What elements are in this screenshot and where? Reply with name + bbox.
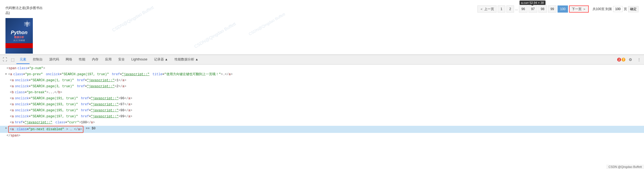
devtools-tabs-bar: ⛶ ⬚ 元素 控制台 源代码 网络 性能 内存 应用 安全 Lighthouse… [0, 55, 644, 65]
arrow-1 [2, 66, 5, 70]
code-line-8: <a onclick="SEARCH.page(195, true)" href… [0, 108, 644, 114]
error-count: 2 [618, 58, 620, 61]
book-python-label: Python [11, 30, 28, 36]
book-cover: 🕷 Python 数据分析 从入门到精通 [5, 18, 33, 54]
warning-count-dot: 7 [622, 58, 625, 62]
page-unit: 页 [624, 7, 627, 11]
devtools-right-area: 2 7 ⚙ ⋮ [617, 56, 643, 63]
tab-lighthouse[interactable]: Lighthouse [128, 56, 151, 63]
code-line-9: <a onclick="SEARCH.page(197, true)" href… [0, 114, 644, 120]
watermark-2: CSDN@Qingdao Buffett [193, 21, 237, 49]
book-red-bar [5, 43, 33, 48]
tab-security[interactable]: 安全 [115, 56, 128, 64]
code-line-6: <a onclick="SEARCH.page(191, true)" href… [0, 96, 644, 102]
attr-value-1: "p-num" [29, 66, 43, 70]
arrow-12 [2, 133, 5, 138]
tab-console[interactable]: 控制台 [30, 56, 46, 64]
ellipsis-1: ... [515, 7, 518, 11]
watermark-1: CSDN@Qingdao Buffett [111, 5, 155, 33]
page-btn-97[interactable]: 97 [529, 5, 537, 13]
page-btn-1[interactable]: 1 [498, 5, 505, 13]
tagname-1: span [8, 66, 16, 71]
tab-elements[interactable]: 元素 [16, 56, 30, 64]
inspect-icon[interactable]: ⛶ [1, 56, 9, 63]
code-line-2: ▶ <a class="pn-prev" onclick="SEARCH.pag… [0, 72, 644, 78]
code-line-12: </span> [0, 133, 644, 139]
warning-count: 7 [623, 58, 624, 61]
bottom-watermark: CSDN @Qingdao Buffett [606, 165, 644, 169]
tab-network[interactable]: 网络 [62, 56, 76, 64]
tag-open-1: < [7, 66, 8, 71]
code-line-3: <a onclick="SEARCH.page(1, true)" href="… [0, 78, 644, 84]
page-jump-area: 共100页 到第 页 确定 [593, 6, 639, 12]
code-line-7: <a onclick="SEARCH.page(193, true)" href… [0, 102, 644, 108]
book-title: 代码整洁之道(异步图书出 品) [5, 5, 55, 15]
code-line-1: <span class="p-num" > [0, 66, 644, 72]
page-btn-98[interactable]: 98 [538, 5, 547, 13]
tooltip-label: a.curr [521, 1, 529, 4]
next-page-btn[interactable]: 下一页 ＞ [569, 5, 588, 13]
code-line-10: <a href="javascript:;" class="curr" > 10… [0, 120, 644, 126]
settings-icon[interactable]: ⚙ [626, 56, 634, 63]
more-options-icon[interactable]: ⋮ [635, 56, 643, 63]
tooltip-size: 52.94 × 38 [530, 1, 544, 4]
tab-recorder[interactable]: 记录器 ▲ [151, 56, 171, 64]
page-btn-96[interactable]: 96 [519, 5, 527, 13]
tab-application[interactable]: 应用 [102, 56, 115, 64]
arrow-11[interactable]: ▶ [5, 126, 7, 130]
tab-performance[interactable]: 性能 [76, 56, 89, 64]
code-panel: <span class="p-num" > ▶ <a class="pn-pre… [0, 65, 644, 169]
error-badge: 2 7 [617, 58, 625, 62]
tag-close-1: > [43, 66, 45, 71]
pagination-area: ＜ 上一页 1 2 ... 96 97 98 99 100 下一页 ＞ 共100… [477, 5, 639, 13]
book-edition: 从入门到精通 [13, 39, 25, 42]
watermark-3: CSDN@Qingdao Buffett [248, 12, 286, 36]
main-content: 代码整洁之道(异步图书出 品) 🕷 Python 数据分析 从入门到精通 CSD… [0, 0, 644, 169]
webpage-section: 代码整洁之道(异步图书出 品) 🕷 Python 数据分析 从入门到精通 CSD… [0, 0, 644, 55]
arrow-2[interactable]: ▶ [5, 72, 7, 76]
code-line-5: <b class="pn-break" > ... </b> [0, 90, 644, 96]
tab-sources[interactable]: 源代码 [46, 56, 62, 64]
error-count-dot: 2 [617, 58, 621, 62]
eq-s0-marker: == $0 [86, 126, 95, 131]
elements-code-view: <span class="p-num" > ▶ <a class="pn-pre… [0, 65, 644, 140]
book-subtitle: 数据分析 [14, 36, 24, 39]
tab-memory[interactable]: 内存 [89, 56, 102, 64]
confirm-btn[interactable]: 确定 [628, 6, 639, 12]
highlighted-element: <a class="pn-next disabled" > … </a> [8, 126, 83, 133]
total-pages-label: 共100页 到第 [593, 7, 612, 11]
prev-page-btn[interactable]: ＜ 上一页 [477, 5, 496, 13]
page-jump-input[interactable] [613, 6, 623, 12]
code-line-4: <a onclick="SEARCH.page(3, true)" href="… [0, 84, 644, 90]
element-tooltip: a.curr 52.94 × 38 [520, 1, 546, 5]
code-line-11: ▶ <a class="pn-next disabled" > … </a> =… [0, 126, 644, 133]
device-toggle-icon[interactable]: ⬚ [9, 56, 16, 63]
page-btn-100[interactable]: 100 [558, 5, 568, 13]
tab-perf-analysis[interactable]: 性能数据分析 ▲ [171, 56, 202, 64]
dragonfly-icon: 🕷 [24, 20, 31, 28]
attr-class-1: class [18, 66, 27, 70]
page-btn-99[interactable]: 99 [548, 5, 556, 13]
page-btn-2[interactable]: 2 [506, 5, 514, 13]
